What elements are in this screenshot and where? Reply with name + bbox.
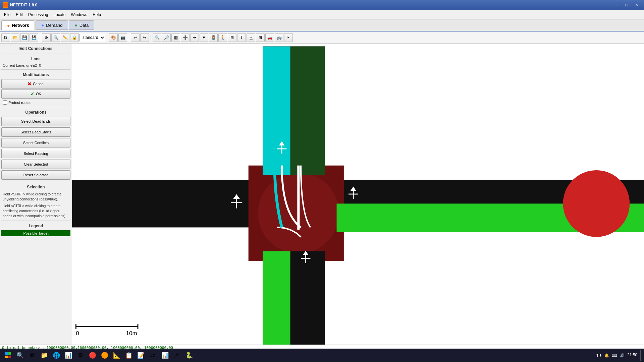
tb-edit1[interactable]: ✏️ bbox=[61, 33, 69, 42]
tb-car[interactable]: 🚗 bbox=[265, 33, 274, 42]
left-panel: Edit Connections Lane Current Lane: gneE… bbox=[0, 44, 72, 345]
selection-title: Selection bbox=[1, 183, 70, 191]
minimize-button[interactable]: ─ bbox=[612, 1, 621, 9]
operations-title: Operations bbox=[1, 109, 70, 116]
divider-2 bbox=[1, 69, 70, 70]
app5[interactable]: 📐 bbox=[111, 350, 122, 361]
modifications-title: Modifications bbox=[1, 71, 70, 78]
tb-traffic[interactable]: 🚦 bbox=[209, 33, 218, 42]
protect-routes-label: Protect routes bbox=[8, 101, 31, 105]
tray-volume: 🔊 bbox=[620, 353, 625, 358]
tb-inspect[interactable]: ⊕ bbox=[42, 33, 51, 42]
menu-windows[interactable]: Windows bbox=[68, 11, 90, 18]
start-button[interactable] bbox=[3, 350, 13, 361]
tray-keyboard: ⌨ bbox=[612, 353, 617, 358]
svg-point-10 bbox=[563, 170, 630, 237]
app9[interactable]: 📊 bbox=[160, 350, 170, 361]
svg-rect-31 bbox=[5, 356, 8, 358]
svg-rect-5 bbox=[263, 47, 290, 175]
menu-bar: File Edit Processing Locate Windows Help bbox=[0, 10, 644, 19]
app8[interactable]: 🗂 bbox=[148, 350, 158, 361]
tab-demand-label: Demand bbox=[46, 23, 62, 28]
tab-data[interactable]: ● Data bbox=[69, 20, 94, 30]
clear-selected-button[interactable]: Clear Selected bbox=[1, 160, 70, 169]
main-area: Edit Connections Lane Current Lane: gneE… bbox=[0, 44, 644, 345]
menu-file[interactable]: File bbox=[1, 11, 13, 18]
app1[interactable]: 📊 bbox=[63, 350, 74, 361]
svg-text:0: 0 bbox=[76, 330, 79, 337]
tb-sep1 bbox=[40, 34, 40, 42]
tb-edit2[interactable]: 🔒 bbox=[70, 33, 79, 42]
divider-3 bbox=[1, 107, 70, 107]
select-conflicts-button[interactable]: Select Conflicts bbox=[1, 138, 70, 147]
tb-sep4 bbox=[151, 34, 151, 42]
app6[interactable]: 📋 bbox=[123, 350, 134, 361]
tb-pedestrian[interactable]: 🚶 bbox=[218, 33, 227, 42]
tb-text[interactable]: T bbox=[237, 33, 246, 42]
tb-down[interactable]: ▼ bbox=[200, 33, 208, 42]
menu-locate[interactable]: Locate bbox=[51, 11, 68, 18]
tb-color[interactable]: 🎨 bbox=[109, 33, 118, 42]
tray-show-desktop[interactable] bbox=[640, 350, 641, 361]
app2[interactable]: ⚙ bbox=[75, 350, 86, 361]
tb-screenshot[interactable]: 📷 bbox=[118, 33, 127, 42]
tab-demand[interactable]: ● Demand bbox=[36, 20, 68, 30]
tb-search[interactable]: 🔍 bbox=[51, 33, 60, 42]
tb-open[interactable]: 📂 bbox=[11, 33, 19, 42]
taskview[interactable]: ⧉ bbox=[27, 350, 38, 361]
tb-cut[interactable]: ✂ bbox=[284, 33, 293, 42]
tb-grid2[interactable]: ⊞ bbox=[256, 33, 265, 42]
tb-sign[interactable]: ⊞ bbox=[228, 33, 236, 42]
title-bar: NETEDIT 1.8.0 ─ □ ✕ bbox=[0, 0, 644, 10]
divider-4 bbox=[1, 182, 70, 182]
app-icon bbox=[3, 2, 8, 8]
legend-title: Legend bbox=[1, 222, 70, 230]
app4[interactable]: 🟠 bbox=[99, 350, 110, 361]
divider-5 bbox=[1, 221, 70, 221]
view-mode-select[interactable]: standard bbox=[79, 34, 105, 41]
tb-area[interactable]: △ bbox=[247, 33, 255, 42]
close-button[interactable]: ✕ bbox=[632, 1, 641, 9]
select-dead-ends-button[interactable]: Select Dead Ends bbox=[1, 117, 70, 126]
protect-routes-checkbox[interactable] bbox=[3, 100, 7, 105]
tb-arrow[interactable]: ➜ bbox=[190, 33, 199, 42]
left-panel-content: Edit Connections Lane Current Lane: gneE… bbox=[0, 44, 72, 345]
tab-network[interactable]: ● Network bbox=[1, 20, 35, 30]
cancel-label: Cancel bbox=[33, 82, 44, 86]
tb-grid[interactable]: ▦ bbox=[171, 33, 180, 42]
svg-rect-6 bbox=[290, 47, 325, 175]
tb-undo[interactable]: ↩ bbox=[131, 33, 140, 42]
ok-icon: ✔ bbox=[31, 91, 35, 97]
search-taskbar[interactable]: 🔍 bbox=[15, 350, 25, 361]
panel-title: Edit Connections bbox=[1, 45, 70, 52]
svg-rect-29 bbox=[5, 352, 8, 355]
tb-new[interactable]: 🗋 bbox=[1, 33, 10, 42]
app11[interactable]: 🐍 bbox=[184, 350, 195, 361]
select-dead-starts-button[interactable]: Select Dead Starts bbox=[1, 127, 70, 137]
tab-bar: ● Network ● Demand ● Data bbox=[0, 19, 644, 32]
ok-button[interactable]: ✔ OK bbox=[1, 89, 70, 99]
browser[interactable]: 🌐 bbox=[51, 350, 62, 361]
tb-move[interactable]: ➕ bbox=[181, 33, 190, 42]
tb-zoom-in[interactable]: 🔍 bbox=[153, 33, 161, 42]
tray-network: ⬆⬇ bbox=[596, 353, 602, 358]
app3[interactable]: 🔴 bbox=[87, 350, 98, 361]
tb-save2[interactable]: 💾 bbox=[30, 33, 38, 42]
menu-help[interactable]: Help bbox=[90, 11, 104, 18]
app10[interactable]: 🖊 bbox=[172, 350, 182, 361]
tb-save[interactable]: 💾 bbox=[20, 33, 29, 42]
canvas-area[interactable]: 0 10m bbox=[72, 44, 644, 345]
select-passing-button[interactable]: Select Passing bbox=[1, 149, 70, 158]
explorer[interactable]: 📁 bbox=[39, 350, 50, 361]
app7[interactable]: 📝 bbox=[136, 350, 146, 361]
tb-zoom-select[interactable]: 🔎 bbox=[162, 33, 171, 42]
window-title: NETEDIT 1.8.0 bbox=[10, 3, 610, 7]
reset-selected-button[interactable]: Reset Selected bbox=[1, 170, 70, 180]
tb-redo[interactable]: ↪ bbox=[140, 33, 149, 42]
menu-edit[interactable]: Edit bbox=[13, 11, 25, 18]
tb-bus[interactable]: 🚌 bbox=[275, 33, 283, 42]
maximize-button[interactable]: □ bbox=[622, 1, 631, 9]
cancel-button[interactable]: ✖ Cancel bbox=[1, 79, 70, 88]
menu-processing[interactable]: Processing bbox=[25, 11, 51, 18]
svg-rect-32 bbox=[8, 356, 11, 358]
